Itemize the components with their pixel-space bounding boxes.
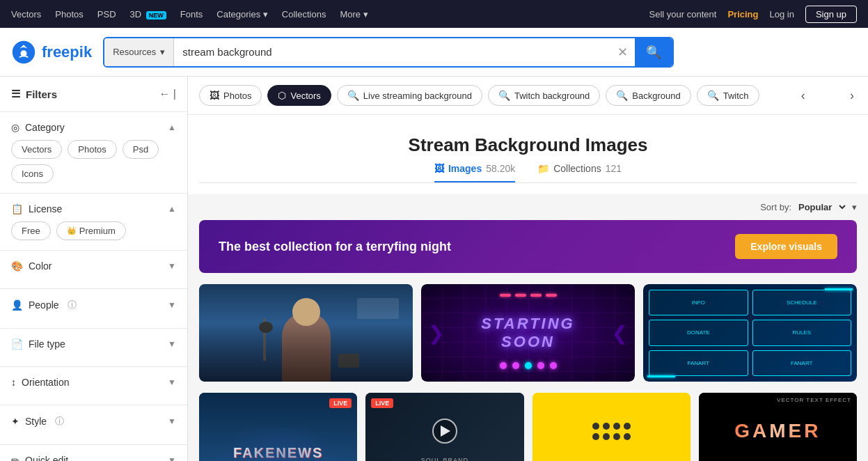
logo[interactable]: freepik bbox=[11, 40, 92, 65]
collapse-sidebar-button[interactable]: ← | bbox=[159, 88, 176, 100]
dot-5 bbox=[592, 433, 599, 440]
image-card-gamer[interactable]: VECTOR TEXT EFFECT GAMER bbox=[699, 393, 857, 461]
chip-photos[interactable]: 🖼 Photos bbox=[199, 85, 262, 106]
clear-search-button[interactable]: ✕ bbox=[610, 38, 635, 66]
license-tags: Free 👑 Premium bbox=[11, 221, 176, 240]
nav-categories[interactable]: Categories ▾ bbox=[216, 9, 268, 19]
search-bar: Resources ▾ ✕ 🔍 bbox=[103, 37, 674, 68]
search-input[interactable] bbox=[174, 38, 610, 66]
shelf-decor bbox=[357, 298, 399, 319]
scifi-box-3: DONATE bbox=[649, 320, 748, 345]
nav-psd[interactable]: PSD bbox=[97, 9, 116, 19]
image-card-starting-soon[interactable]: ❯ ❯ STARTING SOON bbox=[421, 284, 635, 382]
image-placeholder-3: INFO SCHEDULE DONATE RULES FANART bbox=[643, 284, 857, 382]
color-chevron-icon: ▼ bbox=[168, 261, 176, 271]
nav-3d[interactable]: 3D NEW bbox=[130, 9, 166, 19]
top-nav-left: Vectors Photos PSD 3D NEW Fonts Categori… bbox=[11, 9, 636, 19]
dot-6 bbox=[603, 433, 610, 440]
chips-prev-button[interactable]: ‹ bbox=[798, 86, 808, 106]
neon-dot-1 bbox=[500, 362, 507, 369]
image-card-yellow-dots[interactable] bbox=[532, 393, 691, 461]
chip-vectors[interactable]: ⬡ Vectors bbox=[267, 85, 331, 106]
quickedit-section-header[interactable]: ✏ Quick edit ▼ bbox=[11, 455, 176, 461]
people-section-header[interactable]: 👤 People ⓘ ▼ bbox=[11, 299, 176, 311]
license-icon: 📋 bbox=[11, 203, 23, 214]
nav-vectors[interactable]: Vectors bbox=[11, 9, 41, 19]
twitch-background-chip-icon: 🔍 bbox=[498, 90, 510, 101]
chip-background[interactable]: 🔍 Background bbox=[606, 85, 691, 106]
image-card-presenter[interactable] bbox=[199, 284, 413, 382]
yellow-inner bbox=[532, 393, 691, 461]
filetype-section-header[interactable]: 📄 File type ▼ bbox=[11, 338, 176, 350]
chip-twitch[interactable]: 🔍 Twitch bbox=[697, 85, 759, 106]
chips-next-button[interactable]: › bbox=[847, 86, 857, 106]
orientation-icon: ↕ bbox=[11, 377, 16, 388]
pricing-link[interactable]: Pricing bbox=[727, 9, 758, 19]
filter-section-people: 👤 People ⓘ ▼ bbox=[0, 292, 187, 325]
nav-collections[interactable]: Collections bbox=[282, 9, 326, 19]
tab-images[interactable]: 🖼 Images 58.20k bbox=[434, 163, 515, 182]
tag-icons[interactable]: Icons bbox=[11, 164, 54, 183]
yellow-dot-grid bbox=[592, 423, 631, 440]
scifi-box-2: SCHEDULE bbox=[752, 290, 852, 315]
scifi-box-text-1: INFO bbox=[692, 299, 705, 306]
crown-icon: 👑 bbox=[67, 226, 77, 235]
color-title: 🎨 Color bbox=[11, 260, 52, 272]
logo-text: freepik bbox=[42, 43, 92, 61]
chip-live-streaming[interactable]: 🔍 Live streaming background bbox=[337, 85, 482, 106]
image-card-fakenews[interactable]: LIVE FAKENEWS bbox=[199, 393, 357, 461]
tag-premium[interactable]: 👑 Premium bbox=[56, 221, 126, 240]
play-icon bbox=[441, 425, 450, 437]
content-area: 🖼 Photos ⬡ Vectors 🔍 Live streaming back… bbox=[188, 77, 868, 461]
orientation-section-header[interactable]: ↕ Orientation ▼ bbox=[11, 377, 176, 388]
sort-select[interactable]: Popular Recent Relevant bbox=[796, 201, 848, 213]
style-section-header[interactable]: ✦ Style ⓘ ▼ bbox=[11, 415, 176, 428]
tag-psd[interactable]: Psd bbox=[123, 140, 159, 159]
images-tab-count: 58.20k bbox=[486, 163, 515, 174]
tag-photos[interactable]: Photos bbox=[68, 140, 116, 159]
tab-collections[interactable]: 📁 Collections 121 bbox=[537, 163, 622, 182]
mic bbox=[259, 322, 273, 333]
main-layout: ☰ Filters ← | ◎ Category ▲ Vectors Photo… bbox=[0, 77, 868, 461]
collections-tab-count: 121 bbox=[606, 163, 622, 174]
starting-soon-line1: STARTING bbox=[481, 315, 574, 333]
login-link[interactable]: Log in bbox=[769, 9, 794, 19]
nav-fonts[interactable]: Fonts bbox=[180, 9, 203, 19]
color-section-header[interactable]: 🎨 Color ▼ bbox=[11, 260, 176, 272]
images-tab-icon: 🖼 bbox=[434, 163, 444, 174]
nav-photos[interactable]: Photos bbox=[55, 9, 83, 19]
filter-section-orientation: ↕ Orientation ▼ bbox=[0, 370, 187, 402]
search-button[interactable]: 🔍 bbox=[635, 38, 672, 66]
people-info-icon[interactable]: ⓘ bbox=[68, 299, 77, 311]
globe-graphic bbox=[199, 428, 357, 461]
freepik-logo-icon bbox=[11, 40, 36, 65]
neon-dot-2 bbox=[512, 362, 519, 369]
signup-button[interactable]: Sign up bbox=[805, 6, 857, 23]
scifi-box-text-3: DONATE bbox=[687, 329, 710, 336]
style-info-icon[interactable]: ⓘ bbox=[55, 415, 64, 428]
scifi-box-text-5: FANART bbox=[688, 360, 709, 366]
license-section-header[interactable]: 📋 License ▲ bbox=[11, 203, 176, 214]
promo-text: The best collection for a terryfing nigh… bbox=[219, 240, 451, 254]
style-title: ✦ Style ⓘ bbox=[11, 415, 64, 428]
nav-more[interactable]: More ▾ bbox=[340, 9, 368, 19]
chip-twitch-background[interactable]: 🔍 Twitch background bbox=[488, 85, 600, 106]
starting-soon-text: STARTING SOON bbox=[481, 315, 574, 351]
search-icon: 🔍 bbox=[646, 45, 661, 59]
quickedit-icon: ✏ bbox=[11, 455, 19, 461]
tag-free[interactable]: Free bbox=[11, 221, 51, 240]
gamer-text: GAMER bbox=[734, 420, 821, 442]
tag-vectors[interactable]: Vectors bbox=[11, 140, 62, 159]
dot-4 bbox=[624, 423, 631, 430]
category-section-header[interactable]: ◎ Category ▲ bbox=[11, 122, 176, 133]
filter-section-license: 📋 License ▲ Free 👑 Premium bbox=[0, 196, 187, 247]
neon-line-2 bbox=[515, 294, 526, 297]
license-chevron-icon: ▲ bbox=[168, 204, 176, 214]
neon-lines-top bbox=[500, 294, 557, 297]
explore-visuals-button[interactable]: Explore visuals bbox=[735, 234, 837, 259]
image-card-stream-play[interactable]: LIVE SOUL BRAND bbox=[365, 393, 523, 461]
resource-dropdown[interactable]: Resources ▾ bbox=[104, 38, 174, 66]
page-title: Stream Background Images bbox=[199, 134, 857, 156]
image-card-scifi[interactable]: INFO SCHEDULE DONATE RULES FANART bbox=[643, 284, 857, 382]
sell-content-link[interactable]: Sell your content bbox=[649, 9, 717, 19]
